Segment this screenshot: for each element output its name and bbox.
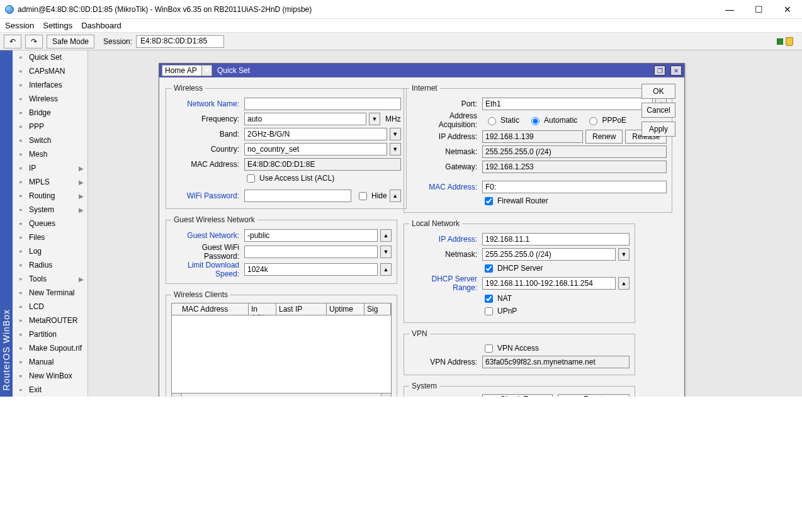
reset-config-button[interactable]: Reset Configuration	[558, 394, 630, 397]
band-dropdown-icon[interactable]: ▼	[390, 128, 401, 140]
sidebar-item-switch[interactable]: ▫Switch	[13, 133, 88, 147]
menu-settings[interactable]: Settings	[43, 21, 72, 30]
col-lastip[interactable]: Last IP	[276, 303, 327, 315]
country-input[interactable]	[244, 143, 387, 156]
frequency-input[interactable]	[244, 113, 366, 125]
menu-dashboard[interactable]: Dashboard	[81, 21, 121, 30]
sidebar-item-make-supout-rif[interactable]: ▫Make Supout.rif	[13, 341, 88, 355]
window-title: admin@E4:8D:8C:0D:D1:85 (MikroTik) - Win…	[18, 5, 715, 14]
sidebar-item-new-winbox[interactable]: ▫New WinBox	[13, 369, 88, 383]
scroll-left-icon[interactable]: ◄	[172, 393, 182, 397]
scroll-right-icon[interactable]: ►	[381, 393, 391, 397]
sidebar-item-partition[interactable]: ▫Partition	[13, 327, 88, 341]
menu-item-icon: ▫	[16, 233, 25, 242]
wifi-password-input[interactable]	[244, 190, 351, 202]
sidebar-item-interfaces[interactable]: ▫Interfaces	[13, 78, 88, 92]
ok-button[interactable]: OK	[641, 84, 675, 99]
fieldset-system: System Check For Updates Reset Configura…	[404, 382, 635, 397]
sidebar-item-mpls[interactable]: ▫MPLS▶	[13, 175, 88, 189]
wifi-password-spin-icon[interactable]: ▲	[390, 190, 401, 202]
port-label: Port:	[409, 99, 480, 108]
close-button[interactable]: ✕	[773, 0, 802, 19]
acq-auto-radio[interactable]	[531, 117, 539, 125]
internet-mac-input[interactable]	[482, 181, 667, 193]
sidebar-item-label: New Terminal	[29, 288, 74, 297]
dhcp-range-input[interactable]	[482, 277, 616, 290]
sidebar-item-label: Exit	[29, 385, 42, 394]
port-input[interactable]	[482, 98, 653, 110]
undo-button[interactable]: ↶	[4, 35, 21, 48]
quickset-mode-combo[interactable]	[162, 65, 202, 76]
window-close-button[interactable]: ✕	[670, 65, 682, 76]
sidebar-item-manual[interactable]: ▫Manual	[13, 355, 88, 369]
sidebar-item-exit[interactable]: ▫Exit	[13, 383, 88, 397]
check-updates-button[interactable]: Check For Updates	[482, 394, 553, 397]
clients-body[interactable]	[171, 315, 392, 393]
sidebar-item-system[interactable]: ▫System▶	[13, 203, 88, 217]
limit-download-spin-icon[interactable]: ▲	[380, 263, 392, 276]
sidebar-item-mesh[interactable]: ▫Mesh	[13, 147, 88, 161]
band-label: Band:	[171, 130, 242, 139]
sidebar-item-routing[interactable]: ▫Routing▶	[13, 189, 88, 203]
window-restore-button[interactable]: ❐	[654, 65, 665, 76]
apply-button[interactable]: Apply	[641, 122, 675, 137]
upnp-checkbox[interactable]	[485, 307, 493, 315]
sidebar-item-log[interactable]: ▫Log	[13, 244, 88, 258]
sidebar-item-bridge[interactable]: ▫Bridge	[13, 106, 88, 120]
sidebar-item-radius[interactable]: ▫Radius	[13, 258, 88, 272]
sidebar-item-ppp[interactable]: ▫PPP	[13, 120, 88, 133]
network-name-input[interactable]	[244, 98, 401, 110]
hide-password-checkbox[interactable]	[359, 192, 367, 200]
country-dropdown-icon[interactable]: ▼	[390, 143, 401, 156]
vpn-access-checkbox[interactable]	[485, 344, 493, 353]
guest-wifi-password-input[interactable]	[244, 246, 378, 258]
local-netmask-dropdown-icon[interactable]: ▼	[618, 248, 630, 261]
quickset-title: Quick Set	[217, 66, 649, 75]
col-mac[interactable]: MAC Address	[179, 303, 249, 315]
safe-mode-button[interactable]: Safe Mode	[47, 35, 94, 48]
col-acl[interactable]: In ACL	[249, 303, 276, 315]
col-signal[interactable]: Sig	[364, 303, 391, 315]
menu-item-icon: ▫	[16, 94, 25, 103]
sidebar-item-label: Files	[29, 233, 45, 242]
vpn-address-label: VPN Address:	[409, 358, 480, 366]
dhcp-server-checkbox[interactable]	[485, 264, 493, 273]
sidebar-item-tools[interactable]: ▫Tools▶	[13, 272, 88, 286]
local-ip-input[interactable]	[482, 233, 630, 246]
quickset-mode-dropdown-icon[interactable]: ▼	[202, 65, 212, 76]
maximize-button[interactable]: ☐	[744, 0, 773, 19]
sidebar-item-label: MetaROUTER	[29, 316, 77, 325]
sidebar-item-wireless[interactable]: ▫Wireless	[13, 92, 88, 106]
use-acl-checkbox[interactable]	[247, 174, 255, 183]
sidebar-item-label: LCD	[29, 302, 44, 311]
clients-hscrollbar[interactable]: ◄ ►	[171, 393, 392, 397]
acq-pppoe-radio[interactable]	[589, 117, 597, 125]
minimize-button[interactable]: —	[715, 0, 744, 19]
guest-wifi-password-spin-icon[interactable]: ▼	[380, 246, 392, 258]
left-rail: RouterOS WinBox	[0, 50, 13, 397]
frequency-dropdown-icon[interactable]: ▼	[369, 113, 380, 125]
sidebar-item-capsman[interactable]: ▫CAPsMAN	[13, 64, 88, 78]
cancel-button[interactable]: Cancel	[641, 103, 675, 118]
sidebar-item-quick-set[interactable]: ▫Quick Set	[13, 50, 88, 64]
sidebar-item-lcd[interactable]: ▫LCD	[13, 300, 88, 314]
sidebar-item-ip[interactable]: ▫IP▶	[13, 161, 88, 175]
limit-download-input[interactable]	[244, 263, 378, 276]
nat-checkbox[interactable]	[485, 295, 493, 303]
guest-network-spin-icon[interactable]: ▲	[380, 229, 392, 242]
sidebar-item-queues[interactable]: ▫Queues	[13, 217, 88, 230]
firewall-router-checkbox[interactable]	[485, 197, 493, 205]
sidebar-item-files[interactable]: ▫Files	[13, 230, 88, 244]
acq-static-radio[interactable]	[488, 117, 496, 125]
guest-network-input[interactable]	[244, 229, 378, 242]
local-netmask-input[interactable]	[482, 248, 616, 261]
renew-button[interactable]: Renew	[585, 130, 623, 144]
sidebar-item-new-terminal[interactable]: ▫New Terminal	[13, 286, 88, 300]
col-uptime[interactable]: Uptime	[327, 303, 364, 315]
fieldset-wireless: Wireless Network Name: Frequency: ▼ MHz	[166, 84, 407, 209]
band-input[interactable]	[244, 128, 387, 140]
menu-session[interactable]: Session	[5, 21, 34, 30]
redo-button[interactable]: ↷	[25, 35, 43, 48]
dhcp-range-spin-icon[interactable]: ▲	[618, 277, 630, 290]
sidebar-item-metarouter[interactable]: ▫MetaROUTER	[13, 314, 88, 327]
